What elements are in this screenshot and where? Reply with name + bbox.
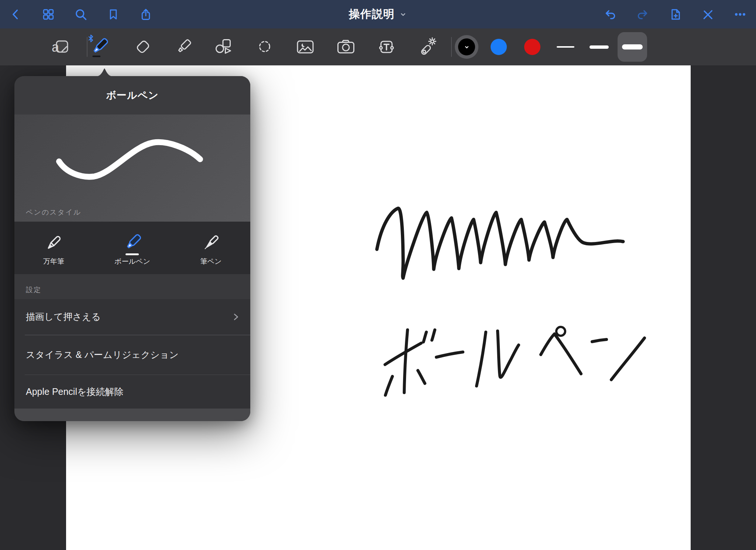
setting-row-draw-and-hold[interactable]: 描画して押さえる [14,299,250,335]
brush-pen-icon [200,229,223,256]
page-title: 操作説明 [349,7,395,22]
insert-image-tool[interactable] [295,28,316,65]
top-navigation-bar: 操作説明 [0,0,756,28]
settings-section-header: 設定 [14,274,250,299]
pen-style-fountain[interactable]: 万年筆 [14,222,93,274]
zoom-window-tool[interactable]: a [51,28,71,65]
fountain-pen-icon [42,229,65,256]
bookmark-icon [107,8,120,21]
pen-disconnect-icon [701,8,714,21]
shapes-tool[interactable] [214,28,234,65]
thumbnails-button[interactable] [40,4,56,25]
search-button[interactable] [73,4,89,25]
color-swatch-blue[interactable] [491,39,507,55]
image-icon [295,37,316,57]
laser-pointer-tool[interactable] [417,28,437,65]
stroke-preview-wave [14,115,250,222]
share-icon [139,8,152,21]
laser-pointer-icon [417,37,437,57]
share-button[interactable] [138,4,154,25]
camera-icon [336,37,356,57]
selected-style-underline [126,253,139,255]
camera-tool[interactable] [336,28,356,65]
shapes-icon [214,37,234,57]
pen-style-ballpoint-selected[interactable]: ボールペン [93,222,172,274]
redo-icon [636,8,649,21]
drawing-toolbar: a [0,28,756,65]
back-button[interactable] [8,4,24,25]
text-tool[interactable] [376,28,397,65]
back-icon [10,8,22,21]
color-swatch-black-selected[interactable] [455,35,478,59]
redo-button[interactable] [635,4,651,25]
highlighter-tool[interactable] [173,28,194,65]
stylus-disable-button[interactable] [700,4,716,25]
setting-label: スタイラス & パームリジェクション [26,349,179,361]
ballpoint-pen-icon [121,229,144,256]
nav-right-group [602,4,756,25]
setting-row-disconnect-apple-pencil[interactable]: Apple Pencilを接続解除 [14,375,250,409]
undo-icon [604,8,617,21]
search-icon [74,8,87,21]
bookmark-button[interactable] [105,4,121,25]
pen-style-section-label: ペンのスタイル [26,208,81,217]
stroke-preview-area: ペンのスタイル [14,115,250,222]
stroke-width-thick-selected[interactable] [618,32,647,62]
pen-style-brush[interactable]: 筆ペン [172,222,250,274]
setting-label: Apple Pencilを接続解除 [26,386,124,398]
undo-button[interactable] [602,4,618,25]
popover-title: ボールペン [106,89,159,102]
bluetooth-icon [87,34,95,43]
lasso-icon [254,37,275,57]
nav-left-group [0,4,154,25]
zoom-window-icon: a [51,37,71,57]
popover-header: ボールペン [14,76,250,115]
chevron-right-icon [232,311,240,322]
more-icon [733,8,747,21]
add-page-button[interactable] [667,4,683,25]
black-color-swatch [458,38,475,55]
pen-style-label: 万年筆 [43,257,64,266]
eraser-tool[interactable] [133,28,153,65]
color-swatch-red[interactable] [524,39,540,55]
more-button[interactable] [732,4,748,25]
pen-settings-popover: ボールペン ペンのスタイル 万年筆 ボールペン [14,76,250,421]
chevron-down-icon [464,44,470,50]
add-page-icon [669,8,682,21]
pen-style-label: 筆ペン [200,257,222,266]
settings-section-label: 設定 [26,285,41,295]
document-title-button[interactable]: 操作説明 [349,0,407,28]
setting-row-stylus-palm-rejection[interactable]: スタイラス & パームリジェクション [14,335,250,375]
eraser-icon [133,37,153,57]
svg-text:a: a [52,40,59,55]
pen-style-label: ボールペン [114,257,150,266]
popover-footer [14,409,250,421]
text-icon [376,37,397,57]
pen-tool-selected[interactable] [87,28,111,65]
lasso-tool[interactable] [254,28,275,65]
stroke-width-medium[interactable] [584,32,614,62]
grid-view-icon [42,8,55,21]
highlighter-icon [173,37,194,57]
popover-arrow [96,66,113,76]
medium-stroke-sample [590,45,609,49]
title-chevron-down-icon [399,10,407,18]
toolbar-divider [451,37,452,57]
setting-label: 描画して押さえる [26,311,101,323]
stroke-width-thin[interactable] [551,32,580,62]
thin-stroke-sample [557,46,574,48]
pen-style-options: 万年筆 ボールペン 筆ペン [14,222,250,274]
thick-stroke-sample [622,44,643,49]
